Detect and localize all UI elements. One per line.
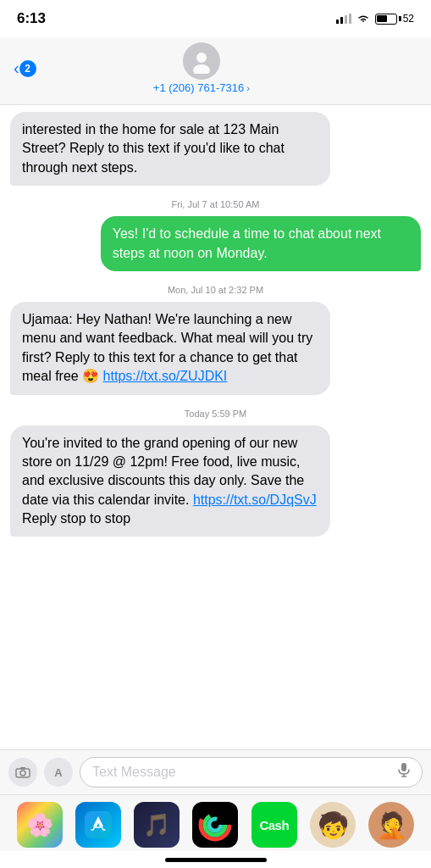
- svg-rect-12: [85, 811, 112, 838]
- message-row: interested in the home for sale at 123 M…: [10, 112, 421, 186]
- dock-memoji2-icon[interactable]: 🤦: [368, 802, 414, 848]
- nav-bar: ‹ 2 +1 (206) 761-7316 ›: [0, 37, 431, 105]
- input-bar: A Text Message: [0, 749, 431, 794]
- avatar-icon: [189, 48, 214, 74]
- svg-rect-3: [349, 14, 351, 24]
- status-bar: 6:13 52: [0, 0, 431, 37]
- camera-icon: [15, 766, 30, 778]
- signal-icon: [336, 14, 351, 24]
- camera-button[interactable]: [8, 758, 37, 787]
- wifi-icon: [356, 14, 370, 24]
- battery-level: 52: [403, 13, 414, 25]
- messages-area[interactable]: interested in the home for sale at 123 M…: [0, 105, 431, 749]
- text-input-field[interactable]: Text Message: [80, 757, 423, 787]
- back-badge: 2: [19, 60, 36, 77]
- avatar[interactable]: [183, 42, 220, 80]
- message-row: You're invited to the grand opening of o…: [10, 426, 421, 537]
- apps-button[interactable]: A: [44, 758, 73, 787]
- status-time: 6:13: [17, 10, 46, 27]
- message-text: interested in the home for sale at 123 M…: [22, 122, 285, 175]
- status-icons: 52: [336, 13, 414, 25]
- chevron-right-icon: ›: [246, 83, 250, 93]
- mic-icon: [398, 763, 410, 782]
- chevron-left-icon: ‹: [14, 58, 19, 78]
- message-text: Yes! I'd to schedule a time to chat abou…: [113, 226, 381, 259]
- svg-point-4: [196, 53, 207, 63]
- dock-activity-icon[interactable]: [192, 802, 238, 848]
- message-stop-text: Reply stop to stop: [22, 511, 130, 526]
- message-row: Yes! I'd to schedule a time to chat abou…: [10, 216, 421, 271]
- message-bubble: You're invited to the grand opening of o…: [10, 426, 330, 537]
- timestamp-label: Fri, Jul 7 at 10:50 AM: [10, 199, 421, 209]
- message-row: Ujamaa: Hey Nathan! We're launching a ne…: [10, 302, 421, 395]
- svg-rect-0: [336, 19, 339, 24]
- message-bubble: Ujamaa: Hey Nathan! We're launching a ne…: [10, 302, 330, 395]
- svg-rect-2: [345, 15, 347, 24]
- svg-rect-9: [401, 763, 406, 771]
- svg-point-15: [209, 819, 221, 831]
- phone-container: 6:13 52: [0, 0, 431, 868]
- app-dock: 🌸 🎵: [0, 794, 431, 851]
- home-bar: [165, 858, 267, 862]
- svg-point-5: [193, 64, 210, 74]
- message-link[interactable]: https://txt.so/ZUJDKI: [103, 369, 228, 383]
- dock-photos-icon[interactable]: 🌸: [17, 802, 63, 848]
- svg-rect-8: [20, 767, 25, 770]
- battery-icon: 52: [375, 13, 414, 25]
- timestamp-label: Mon, Jul 10 at 2:32 PM: [10, 285, 421, 295]
- home-indicator: [0, 851, 431, 868]
- timestamp-label: Today 5:59 PM: [10, 409, 421, 419]
- dock-memoji1-icon[interactable]: 🧒: [310, 802, 356, 848]
- back-button[interactable]: ‹ 2: [14, 58, 36, 78]
- dock-appstore-icon[interactable]: [75, 802, 121, 848]
- message-link[interactable]: https://txt.so/DJqSvJ: [193, 492, 317, 507]
- svg-point-7: [20, 771, 25, 776]
- message-bubble: interested in the home for sale at 123 M…: [10, 112, 330, 186]
- svg-rect-1: [340, 17, 343, 24]
- message-bubble: Yes! I'd to schedule a time to chat abou…: [101, 216, 421, 271]
- contact-avatar-container: +1 (206) 761-7316 ›: [153, 42, 250, 94]
- dock-shazam-icon[interactable]: 🎵: [134, 802, 180, 848]
- text-input-placeholder: Text Message: [92, 765, 176, 780]
- dock-cashapp-icon[interactable]: Cash: [251, 802, 297, 848]
- contact-number[interactable]: +1 (206) 761-7316 ›: [153, 81, 250, 94]
